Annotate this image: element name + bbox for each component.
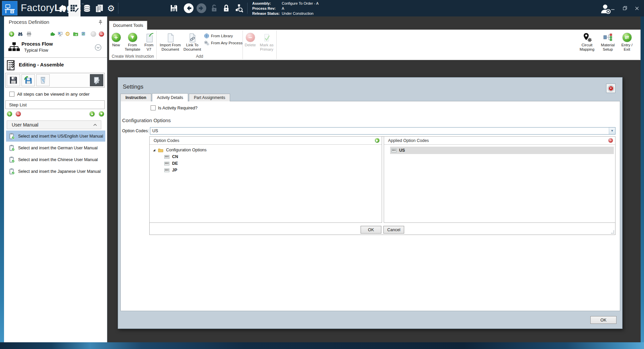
save-icon[interactable]	[168, 0, 180, 16]
tree-item[interactable]: DE	[150, 160, 382, 167]
remove-icon[interactable]: −	[99, 31, 104, 37]
new-label: New	[112, 43, 120, 47]
save-step-button[interactable]	[7, 74, 20, 86]
circuit-mapping-label: Circuit Mapping	[577, 43, 597, 52]
move-down-icon[interactable]: ▼	[99, 111, 104, 117]
primary-check-icon	[262, 32, 271, 43]
material-setup-button[interactable]: Material Setup	[597, 31, 618, 52]
step-item[interactable]: Select and insert the US/English User Ma…	[6, 131, 105, 142]
dialog-close-button[interactable]: ✕	[606, 84, 615, 93]
groupbox-buttons: OK Cancel	[150, 226, 615, 234]
pin-icon[interactable]	[98, 20, 103, 26]
database-sync-icon[interactable]	[80, 31, 86, 37]
from-v7-button[interactable]: From V7	[142, 31, 156, 52]
remove-step-icon[interactable]: −	[15, 111, 21, 117]
options-gear-icon[interactable]: ⚙	[65, 31, 71, 37]
process-flow-item[interactable]: Process Flow Typical Flow	[4, 41, 107, 56]
option-codes-combobox[interactable]: US ▼	[150, 127, 615, 135]
user-manual-group-header[interactable]: User Manual	[7, 120, 101, 129]
process-search-icon[interactable]	[233, 0, 245, 16]
process-definition-nav-icon[interactable]	[68, 0, 80, 16]
any-order-checkbox[interactable]	[9, 92, 14, 97]
material-setup-label: Material Setup	[598, 43, 618, 52]
delete-label: Delete	[245, 43, 256, 47]
close-icon[interactable]	[633, 4, 641, 12]
applied-option-code-item[interactable]: US	[390, 147, 614, 154]
lock-icon[interactable]	[220, 0, 232, 16]
print-icon[interactable]	[26, 31, 32, 37]
collapse-circle-icon[interactable]	[95, 44, 102, 52]
step-toolbar	[5, 73, 105, 88]
from-template-button[interactable]: ▼ From Template	[123, 31, 142, 52]
add-step-icon[interactable]: +	[7, 111, 12, 117]
edit-instruction-button[interactable]	[90, 74, 103, 86]
circuit-mapping-icon	[582, 32, 592, 43]
titlebar-divider	[118, 3, 118, 14]
link-to-document-button[interactable]: Link To Document	[182, 31, 202, 52]
tab-activity-details[interactable]: Activity Details	[152, 93, 188, 101]
step-item-label: Select and insert the Japanese User Manu…	[18, 169, 101, 174]
ribbon-group-right: Circuit Mapping Material Setup ⇄ Entry /…	[577, 30, 640, 60]
combobox-dropdown-icon[interactable]: ▼	[609, 128, 615, 134]
back-icon[interactable]	[182, 0, 195, 16]
home-icon[interactable]	[56, 0, 68, 16]
apply-option-code-icon[interactable]: ▶	[375, 138, 380, 143]
minimize-icon[interactable]	[608, 4, 617, 12]
from-any-process-button[interactable]: From Any Process	[204, 40, 243, 46]
tree-expander-icon[interactable]: ◢	[153, 148, 155, 152]
is-activity-required-checkbox[interactable]	[151, 105, 156, 110]
folder-icon	[158, 148, 163, 152]
data-management-icon[interactable]	[81, 0, 93, 16]
link-to-document-label: Link To Document	[183, 43, 202, 52]
dialog-ok-label: OK	[600, 318, 606, 322]
tab-instruction[interactable]: Instruction	[120, 94, 151, 101]
new-button[interactable]: + New	[109, 31, 123, 48]
from-any-process-label: From Any Process	[211, 41, 243, 45]
entry-exit-button[interactable]: ⇄ Entry / Exit	[618, 31, 636, 52]
tree-root-row[interactable]: ◢ Configuration Options	[150, 147, 382, 153]
reports-icon[interactable]	[93, 0, 105, 16]
tree-item[interactable]: CN	[150, 153, 382, 160]
restore-icon[interactable]	[621, 4, 629, 12]
step-item[interactable]: Select and insert the Japanese User Manu…	[6, 166, 105, 177]
settings-gear-icon[interactable]: ⚙	[105, 0, 117, 16]
titlebar: FactoryLogix™ ⚙	[0, 0, 644, 16]
presentation-icon[interactable]	[57, 31, 63, 37]
tab-document-tools[interactable]: Document Tools	[109, 21, 147, 30]
window-frame-left	[0, 16, 4, 349]
titlebar-divider	[247, 3, 248, 14]
tab-part-assignments[interactable]: Part Assignments	[189, 94, 230, 101]
ribbon-group-modify: − Delete Mark as Primary	[243, 30, 276, 60]
refresh-disabled-icon	[91, 31, 96, 37]
applied-option-codes-panel: Applied Option Codes − US	[384, 136, 615, 223]
any-order-label: All steps can be viewed in any order	[17, 92, 90, 97]
step-clipboard-icon	[9, 156, 15, 163]
tree-item[interactable]: JP	[150, 167, 382, 173]
export-step-button[interactable]	[21, 74, 35, 86]
step-item[interactable]: Select and insert the Chinese User Manua…	[6, 154, 105, 165]
process-puzzle-icon[interactable]	[50, 31, 55, 37]
move-up-icon[interactable]: ▲	[89, 111, 95, 117]
assembly-info: Assembly: Configure To Order - A Process…	[252, 1, 319, 16]
resize-grip[interactable]	[611, 231, 614, 234]
cancel-button[interactable]: Cancel	[383, 226, 404, 234]
export-folder-icon[interactable]	[73, 31, 78, 37]
add-icon[interactable]: +	[9, 31, 14, 37]
brand-factory: Factory	[21, 2, 54, 13]
remove-option-code-icon[interactable]: −	[608, 138, 613, 143]
barcode-icon	[391, 149, 396, 152]
search-binoculars-icon[interactable]	[17, 31, 23, 37]
step-list-header: Step List	[5, 100, 105, 109]
dialog-ok-button[interactable]: OK	[590, 316, 616, 324]
tab-activity-details-label: Activity Details	[157, 95, 183, 100]
ribbon-group-add: Import From Document Link To Document Fr…	[157, 30, 243, 60]
tab-document-tools-label: Document Tools	[113, 23, 143, 28]
circuit-mapping-button[interactable]: Circuit Mapping	[577, 31, 597, 52]
import-from-document-button[interactable]: Import From Document	[158, 31, 182, 52]
process-flow-subtitle: Typical Flow	[24, 48, 48, 53]
step-item[interactable]: Select and insert the German User Manual	[6, 142, 105, 153]
delete-step-button[interactable]	[36, 74, 50, 86]
ok-button[interactable]: OK	[361, 226, 381, 234]
panel-title: Process Definition	[9, 19, 49, 25]
from-library-button[interactable]: From Library	[204, 33, 243, 39]
